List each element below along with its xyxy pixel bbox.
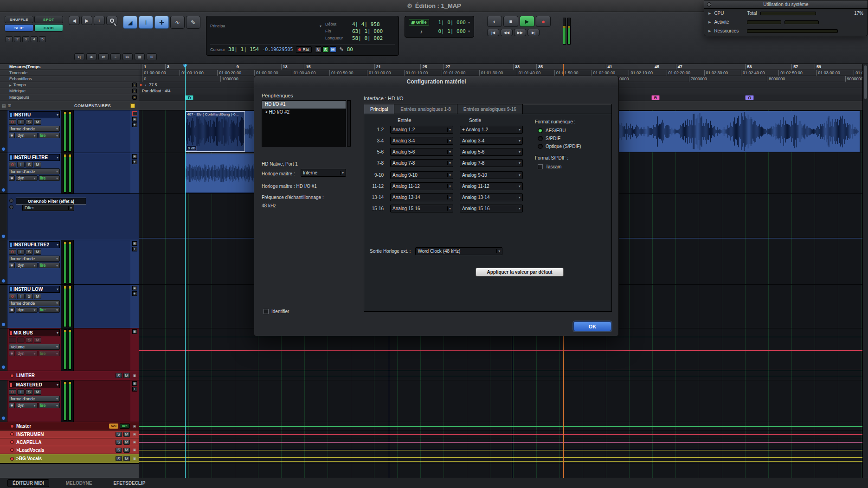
zoom-preset-2-button[interactable]: 2	[14, 36, 21, 42]
automation-type-selector[interactable]: dyn▾	[16, 175, 38, 181]
track-m-button[interactable]: M	[123, 456, 130, 461]
track-s-button[interactable]: S	[116, 373, 122, 378]
track-height-button[interactable]	[1, 234, 6, 238]
plus-icon[interactable]: +	[132, 247, 137, 251]
selection-end-value[interactable]: 63| 1| 000	[352, 28, 383, 34]
peripherals-list[interactable]: HD I/O #1> HD I/O #2	[262, 100, 346, 147]
plugin-bypass-button[interactable]	[9, 199, 13, 203]
grid-value-dropdown[interactable]: 1| 0| 000	[431, 19, 466, 26]
grid-icon[interactable]: ▣	[132, 381, 137, 386]
link-track-edit-selection-button[interactable]: ≡	[110, 53, 121, 60]
track-s-button[interactable]: S	[26, 294, 33, 299]
automation-icon[interactable]: ✱	[9, 133, 15, 138]
input-13-14-dropdown[interactable]: Analog 13-14▾	[390, 193, 453, 201]
track-s-button[interactable]: S	[26, 249, 33, 255]
output-15-16-dropdown[interactable]: Analog 15-16▾	[460, 205, 523, 212]
track-comments-field[interactable]	[73, 285, 130, 328]
grid-display-button[interactable]: ▦	[135, 53, 145, 60]
set-to-default-button[interactable]: Appliquer la valeur par défaut	[476, 268, 564, 276]
ruler-label-m-trique[interactable]: Métrique+	[0, 88, 139, 94]
system-usage-titlebar[interactable]: Utilisation du système	[704, 0, 868, 9]
track-i-button[interactable]: I	[17, 294, 25, 299]
marker-r[interactable]: R	[651, 95, 660, 100]
zoom-preset-5-button[interactable]: 5	[39, 36, 46, 42]
list-icon[interactable]: ▤	[2, 103, 6, 108]
track-instru[interactable]: INSTRU▾ISMforme d'onde▾✱dyn▾lire▾▣+	[0, 110, 139, 153]
edit-mode-spot-button[interactable]: SPOT	[34, 16, 63, 23]
ext-clock-dropdown[interactable]: Word Clock (48 kHz) ▾	[415, 247, 502, 255]
link-timeline-selection-button[interactable]: ⇄	[98, 53, 109, 60]
grid-icon[interactable]: ▣	[132, 329, 137, 334]
grid-mode-button[interactable]: ▦Grille	[409, 19, 429, 26]
plus-icon[interactable]: +	[132, 160, 137, 164]
automation-icon[interactable]: ✱	[9, 263, 15, 268]
online-toggle-button[interactable]: ◐	[487, 16, 502, 27]
automation-mode-selector[interactable]: lire▾	[39, 351, 60, 356]
track-record-button[interactable]	[9, 249, 16, 255]
edit-mode-grid-button[interactable]: GRID	[34, 24, 63, 32]
grid-icon[interactable]: ▣	[131, 424, 138, 428]
selector-tool-button[interactable]: I	[139, 16, 153, 29]
track-name-field[interactable]: _MASTERED▾	[9, 381, 60, 388]
input-7-8-dropdown[interactable]: Analog 7-8▾	[390, 159, 453, 167]
track-m-button[interactable]: M	[123, 440, 130, 445]
output-9-10-dropdown[interactable]: Analog 9-10▾	[460, 171, 523, 179]
grid-icon[interactable]: ▣	[132, 117, 137, 122]
radio-s-pdif[interactable]: S/PDIF	[538, 136, 611, 141]
bars-beats-ruler[interactable]: 13913152125273335414547535759	[139, 64, 862, 70]
track-instru-filtre[interactable]: INSTRU FILTRE▾ISMforme d'onde▾✱dyn▾lire▾…	[0, 153, 139, 194]
ruler-label-mesures-temps[interactable]: Mesures|Temps	[0, 64, 139, 70]
automation-type-selector[interactable]: dyn▾	[16, 307, 38, 313]
insertion-follows-playback-button[interactable]: ▸▸	[122, 53, 133, 60]
automation-type-selector[interactable]: dyn▾	[16, 263, 38, 268]
track-lire-badge[interactable]: lire	[120, 424, 130, 429]
chevron-down-icon[interactable]: ▾	[468, 29, 470, 33]
go-to-end-button[interactable]: ▶|	[527, 29, 540, 36]
ok-button[interactable]: OK	[573, 321, 611, 331]
return-to-zero-button[interactable]: |◀	[487, 29, 499, 36]
track-record-button[interactable]	[9, 294, 16, 299]
automation-icon[interactable]: ✱	[9, 403, 15, 408]
plus-icon[interactable]: +	[132, 122, 137, 127]
track-s-button[interactable]: S	[116, 448, 122, 453]
zoom-preset-4-button[interactable]: 4	[31, 36, 38, 42]
track-s-button[interactable]: S	[26, 162, 33, 167]
mirrored-editing-button[interactable]: ◂▸	[86, 53, 96, 60]
output-5-6-dropdown[interactable]: Analog 5-6▾	[460, 148, 523, 156]
chevron-down-icon[interactable]: ▾	[57, 383, 58, 387]
grid-icon[interactable]: ▣	[132, 241, 137, 246]
radio-aes-ebu[interactable]: AES/EBU	[538, 128, 611, 133]
selection-start-value[interactable]: 4| 4| 958	[352, 21, 380, 27]
ruler-label-chantillons[interactable]: Échantillons	[0, 76, 139, 82]
marker-d[interactable]: D	[185, 95, 194, 100]
track-m-button[interactable]: M	[34, 162, 41, 167]
input-1-2-dropdown[interactable]: Analog 1-2▾	[390, 126, 453, 134]
vertical-scrollbar[interactable]	[862, 64, 868, 478]
track-instru-low[interactable]: INSTRU LOW▾ISMforme d'onde▾✱dyn▾lire▾▣+	[0, 285, 139, 328]
track-acapella[interactable]: ACAPELLASM▣	[0, 438, 139, 446]
dialog-titlebar[interactable]: Configuration matériel	[254, 76, 618, 87]
automation-mode-selector[interactable]: lire▾	[39, 403, 60, 408]
track-m-button[interactable]: M	[123, 373, 130, 378]
trim-tool-button[interactable]: ◢	[123, 16, 137, 29]
input-11-12-dropdown[interactable]: Analog 11-12▾	[390, 182, 453, 190]
chevron-down-icon[interactable]: ▾	[468, 20, 470, 25]
input-3-4-dropdown[interactable]: Analog 3-4▾	[390, 137, 453, 145]
track-name-field[interactable]: INSTRUFILTRE2▾	[9, 241, 60, 248]
tab-entr-es-analogiques-9-16[interactable]: Entrées analogiques 9-16	[457, 104, 523, 114]
track-s-button[interactable]: S	[26, 337, 33, 343]
track-vol-badge[interactable]: vol	[109, 424, 118, 429]
cursor-info-button[interactable]: ⊞	[147, 53, 157, 60]
input-5-6-dropdown[interactable]: Analog 5-6▾	[390, 148, 453, 156]
track-s-button[interactable]: S	[26, 389, 33, 395]
bottom-tab-efetsdeclip[interactable]: EFETSDECLIP	[109, 480, 150, 487]
add-m-trique-button[interactable]: +	[132, 89, 137, 93]
track-m-button[interactable]: M	[34, 249, 41, 255]
tag-icon[interactable]	[130, 103, 135, 108]
radio-optique-s-pdif[interactable]: Optique (S/PDIF)	[538, 144, 611, 149]
status-n-indicator[interactable]: N	[315, 46, 321, 52]
automation-type-selector[interactable]: dyn▾	[16, 133, 38, 138]
track-view-selector[interactable]: forme d'onde▾	[9, 126, 60, 132]
track-height-button[interactable]	[1, 322, 6, 327]
grid-icon[interactable]: ▣	[131, 448, 138, 452]
